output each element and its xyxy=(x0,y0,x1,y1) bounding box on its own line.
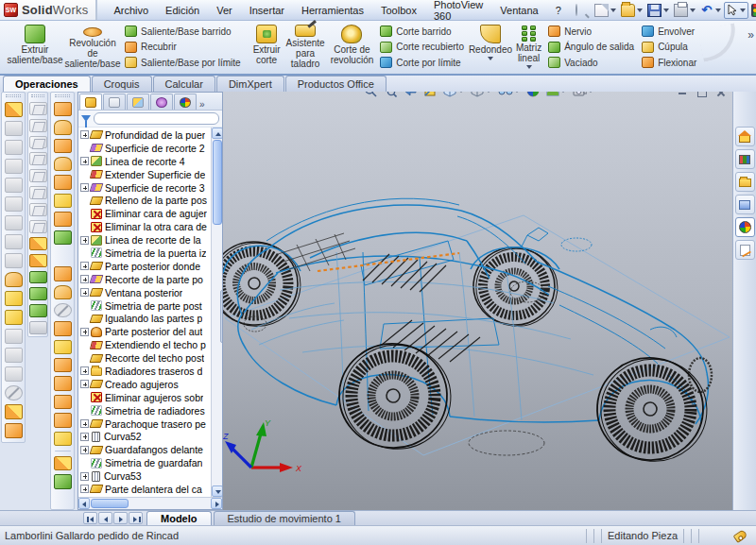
tree-item[interactable]: Relleno de la parte pos xyxy=(78,194,211,207)
expand-icon[interactable] xyxy=(80,485,89,493)
tool-button[interactable] xyxy=(5,404,23,419)
tool-button[interactable] xyxy=(5,234,23,249)
car-wireframe-model[interactable]: X Y Z xyxy=(223,92,732,510)
rib-button[interactable]: Nervio xyxy=(548,26,634,37)
hide-show-items-button[interactable] xyxy=(497,92,521,98)
wrap-button[interactable]: Envolver xyxy=(642,26,696,37)
tree-item[interactable]: Recorte del techo post xyxy=(78,351,211,365)
menu-herramientas[interactable]: Herramientas xyxy=(293,2,372,19)
toolbar-drag-handle[interactable] xyxy=(6,94,22,97)
scroll-thumb[interactable] xyxy=(91,499,129,508)
view-tool-button[interactable] xyxy=(29,287,47,300)
extrude-boss-button[interactable]: Extruir saliente/base xyxy=(6,23,64,71)
surface-tool-button[interactable] xyxy=(54,395,72,409)
surface-tool-button[interactable] xyxy=(54,120,72,134)
edit-appearance-button[interactable] xyxy=(525,92,541,98)
next-tab-button[interactable] xyxy=(113,512,128,524)
tree-item[interactable]: Simetria de guardafan xyxy=(78,456,211,469)
extrude-cut-button[interactable]: Extruir corte xyxy=(250,23,284,71)
tree-item[interactable]: Curva53 xyxy=(78,469,211,483)
swept-boss-button[interactable]: Saliente/Base barrido xyxy=(125,26,241,37)
surface-tool-button[interactable] xyxy=(54,157,72,171)
view-tool-button[interactable] xyxy=(29,237,47,250)
panel-splitter[interactable] xyxy=(220,290,222,343)
surface-tool-button[interactable] xyxy=(54,376,72,390)
menu-help[interactable]: ? xyxy=(547,2,570,19)
dimxpertmanager-tab[interactable] xyxy=(150,94,173,110)
zoom-to-fit-button[interactable] xyxy=(363,92,378,98)
expand-icon[interactable] xyxy=(80,223,89,231)
tree-item[interactable]: Superficie de recorte 2 xyxy=(78,142,211,155)
new-document-button[interactable] xyxy=(593,3,618,18)
loft-boss-button[interactable]: Recubrir xyxy=(125,42,241,53)
expand-icon[interactable] xyxy=(80,288,89,297)
tool-button[interactable] xyxy=(5,310,23,325)
expand-icon[interactable] xyxy=(80,157,89,165)
file-explorer-tab[interactable] xyxy=(735,172,755,192)
tree-item[interactable]: Extender Superficie de xyxy=(78,168,211,181)
menu-edicion[interactable]: Edición xyxy=(157,2,208,19)
surface-tool-button[interactable] xyxy=(54,102,72,116)
view-tool-button[interactable] xyxy=(29,186,47,199)
tree-item[interactable]: Parachoque trasero pe xyxy=(78,417,211,431)
surface-tool-button[interactable] xyxy=(54,266,72,281)
expand-icon[interactable] xyxy=(80,183,89,192)
model-tab[interactable]: Modelo xyxy=(146,511,212,525)
surface-tool-button[interactable] xyxy=(54,194,72,208)
expand-icon[interactable] xyxy=(80,419,89,428)
tree-item[interactable]: Radiadores traseros d xyxy=(78,365,211,378)
surface-tool-button[interactable] xyxy=(54,248,72,263)
tool-button[interactable] xyxy=(5,102,23,117)
view-tool-button[interactable] xyxy=(29,119,47,132)
tool-button[interactable] xyxy=(5,121,23,136)
linear-pattern-button[interactable]: Matriz lineal xyxy=(513,23,544,71)
surface-tool-button[interactable] xyxy=(54,340,72,354)
swept-cut-button[interactable]: Corte barrido xyxy=(380,26,464,37)
surface-tool-button[interactable] xyxy=(54,212,72,226)
tree-item[interactable]: Parte delantera del ca xyxy=(78,483,211,496)
graphics-viewport[interactable]: X Y Z xyxy=(223,92,732,510)
boundary-cut-button[interactable]: Corte por límite xyxy=(380,57,464,68)
scroll-down-button[interactable] xyxy=(212,485,222,497)
surface-tool-button[interactable] xyxy=(54,321,72,335)
surface-tool-button[interactable] xyxy=(54,493,72,507)
tool-button[interactable] xyxy=(5,272,23,287)
surface-tool-button[interactable] xyxy=(54,456,72,470)
surface-tool-button[interactable] xyxy=(54,413,72,427)
expand-icon[interactable] xyxy=(80,236,89,245)
surface-tool-button[interactable] xyxy=(54,139,72,153)
propertymanager-tab[interactable] xyxy=(103,94,126,110)
tree-item[interactable]: Linea de recorte de la xyxy=(78,233,211,247)
view-tool-button[interactable] xyxy=(29,271,47,284)
menu-archivo[interactable]: Archivo xyxy=(105,2,157,19)
surface-tool-button[interactable] xyxy=(55,451,71,451)
tool-button[interactable] xyxy=(5,196,23,212)
expand-icon[interactable] xyxy=(80,472,89,481)
rebuild-button[interactable] xyxy=(749,3,756,18)
tab-dimxpert[interactable]: DimXpert xyxy=(216,76,284,92)
expand-icon[interactable] xyxy=(80,433,89,441)
last-tab-button[interactable] xyxy=(129,512,143,524)
save-button[interactable] xyxy=(645,3,671,18)
view-tool-button[interactable] xyxy=(29,321,47,334)
solidworks-resources-tab[interactable] xyxy=(735,127,755,146)
revolve-cut-button[interactable]: Corte de revolución xyxy=(328,23,377,71)
flex-button[interactable]: Flexionar xyxy=(642,57,696,68)
menu-toolbox[interactable]: Toolbox xyxy=(372,2,425,19)
open-button[interactable] xyxy=(619,3,644,18)
drag-drop-tab[interactable] xyxy=(735,195,755,214)
tree-item[interactable]: Simetria de radiadores xyxy=(78,404,211,417)
tree-item[interactable]: Parte posterior del aut xyxy=(78,325,211,338)
tree-item[interactable]: Recorte de la parte po xyxy=(78,273,211,286)
tree-item[interactable]: Linea de recorte 4 xyxy=(78,155,211,168)
tree-item[interactable]: Simetria de la puerta iz xyxy=(78,247,211,260)
apply-scene-button[interactable] xyxy=(545,92,567,98)
tool-button[interactable] xyxy=(5,178,23,193)
view-tool-button[interactable] xyxy=(29,203,47,216)
surface-tool-button[interactable] xyxy=(54,285,72,299)
custom-properties-tab[interactable] xyxy=(735,240,755,260)
scroll-up-button[interactable] xyxy=(212,128,222,139)
expand-icon[interactable] xyxy=(80,366,89,375)
draft-button[interactable]: Ángulo de salida xyxy=(548,42,634,53)
view-settings-button[interactable] xyxy=(572,92,594,98)
